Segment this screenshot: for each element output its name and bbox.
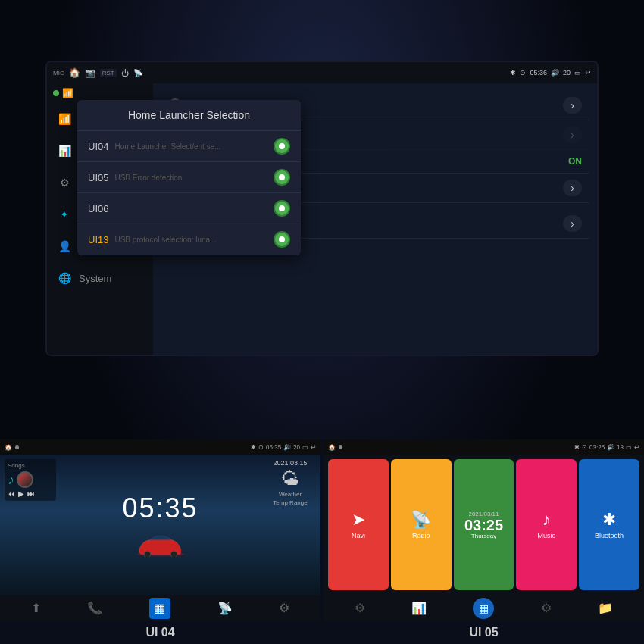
ui04-nav-phone-icon[interactable]: 📞	[87, 601, 102, 615]
home-icon: 🏠	[69, 67, 80, 78]
ui05-home-icon: 🏠	[328, 444, 336, 451]
ui04-option-label: UI04	[88, 141, 108, 152]
ui04-dot	[15, 445, 19, 449]
ui04-time: 05:35	[266, 444, 281, 451]
status-right: ✱ ⊙ 05:36 🔊 20 ▭ ↩	[510, 69, 591, 77]
main-status-bar: MIC 🏠 📷 RST ⏻ 📡 ✱ ⊙ 05:36 🔊 20 ▭ ↩	[47, 62, 597, 83]
ui04-play-icon[interactable]: ▶	[18, 489, 24, 498]
ui04-sub: Home Launcher Select/ent se...	[108, 142, 274, 151]
bluetooth-tile[interactable]: ✱ Bluetooth	[579, 459, 639, 590]
ui04-main-content: Songs ♪ ⏮ ▶ ⏭ 05:35	[0, 455, 320, 595]
ui04-weather-label: Weather	[279, 491, 302, 498]
ui05-main-content: ➤ Navi 📡 Radio 2021/03/11 03:25 Thursday	[324, 455, 644, 595]
ui05-toggle[interactable]	[274, 169, 290, 186]
ui05-status-bar: 🏠 ✱ ⊙ 03:25 🔊 18 ▭ ↩	[324, 439, 644, 455]
dropdown-item-ui05[interactable]: UI05 USB Error detection	[77, 162, 301, 193]
ui05-vol-icon: 🔊	[607, 444, 614, 451]
navi-tile[interactable]: ➤ Navi	[328, 459, 389, 590]
labels-row: UI 04 UI 05	[0, 621, 644, 644]
ui05-nav-settings-icon[interactable]: ⚙	[355, 601, 365, 615]
ui05-nav-bar: ⚙ 📊 ▦ ⚙ 📁	[324, 595, 644, 621]
sidebar-item-system[interactable]: 🌐 System	[47, 262, 153, 294]
rst-badge: RST	[100, 69, 117, 77]
dropdown-item-ui13[interactable]: UI13 USB protocol selection: luna...	[77, 224, 301, 255]
ui04-right-panel: 2021.03.15 🌤 Weather Temp Range	[260, 455, 320, 595]
ui04-music-controls: ⏮ ▶ ⏭	[8, 489, 53, 498]
ui05-status-right: ✱ ⊙ 03:25 🔊 18 ▭ ↩	[574, 444, 639, 451]
clock-time-display: 03:25	[464, 517, 503, 533]
export-chevron[interactable]: ›	[563, 215, 582, 232]
ui04-nav-settings-icon[interactable]: ⚙	[279, 601, 289, 615]
volume-icon: 🔊	[551, 69, 559, 77]
dropdown-item-ui04[interactable]: UI04 Home Launcher Select/ent se...	[77, 131, 301, 162]
ui04-nav-home-icon[interactable]: ▦	[149, 598, 170, 619]
radio-tile[interactable]: 📡 Radio	[391, 459, 452, 590]
usb-proto-chevron[interactable]: ›	[563, 180, 582, 196]
bluetooth-icon: ✱	[602, 510, 616, 530]
music-tile[interactable]: ♪ Music	[516, 459, 577, 590]
back-icon[interactable]: ↩	[585, 69, 591, 77]
navi-label: Navi	[352, 532, 365, 539]
dropdown-item-ui06[interactable]: UI06	[77, 193, 301, 224]
sidebar-system-label: System	[79, 273, 111, 284]
screens-row: 🏠 ✱ ⊙ 05:35 🔊 20 ▭ ↩ Songs	[0, 439, 644, 621]
camera-icon: 📷	[85, 68, 95, 78]
ui04-temp-range: Temp Range	[273, 499, 307, 506]
ui04-wifi-icon: ⊙	[258, 444, 264, 451]
ui04-songs-label: Songs	[8, 462, 53, 469]
volume-level: 20	[563, 69, 571, 77]
ui04-date: 2021.03.15	[273, 459, 307, 467]
user-icon: 👤	[56, 238, 73, 255]
ui04-center-panel: 05:35	[61, 455, 260, 595]
ui05-nav-chart-icon[interactable]: 📊	[411, 601, 427, 615]
ui05-sub: USB Error detection	[108, 174, 274, 182]
factory-icon: ✦	[56, 206, 73, 223]
ui05-status-left: 🏠	[328, 444, 342, 451]
ui04-toggle[interactable]	[274, 138, 290, 155]
ui13-toggle[interactable]	[274, 231, 290, 248]
ui04-prev-icon[interactable]: ⏮	[8, 489, 15, 498]
ui04-status-left: 🏠	[5, 444, 19, 451]
ui13-option-label: UI13	[88, 234, 108, 245]
ui13-sub: USB protocol selection: luna...	[108, 236, 274, 244]
ui05-nav-home-active[interactable]: ▦	[473, 598, 494, 619]
bottom-container: 🏠 ✱ ⊙ 05:35 🔊 20 ▭ ↩ Songs	[0, 439, 644, 644]
ui04-vol-level: 20	[293, 444, 300, 451]
ui04-status-right: ✱ ⊙ 05:35 🔊 20 ▭ ↩	[251, 444, 316, 451]
device-icon: 📊	[56, 142, 73, 159]
general-icon: ⚙	[56, 174, 73, 191]
ui04-label: UI 04	[0, 621, 320, 644]
clock-day: Thursday	[471, 533, 496, 539]
ui04-home-icon: 🏠	[5, 444, 12, 451]
hidden1-chevron[interactable]: ›	[563, 127, 582, 143]
ui04-nav-antenna-icon[interactable]: 📡	[217, 601, 233, 615]
ui05-app-grid: ➤ Navi 📡 Radio 2021/03/11 03:25 Thursday	[324, 455, 644, 595]
ui04-next-icon[interactable]: ⏭	[27, 489, 35, 498]
ui04-status-bar: 🏠 ✱ ⊙ 05:35 🔊 20 ▭ ↩	[0, 439, 320, 455]
music-icon: ♪	[542, 510, 551, 530]
ui04-vol-icon: 🔊	[283, 444, 291, 451]
mic-label: MIC	[53, 70, 64, 77]
ui05-wifi-icon: ⊙	[582, 444, 587, 451]
ui04-left-panel: Songs ♪ ⏮ ▶ ⏭	[0, 455, 61, 595]
ui04-car-svg	[134, 530, 187, 557]
ui06-toggle[interactable]	[274, 200, 290, 217]
ui04-screen: 🏠 ✱ ⊙ 05:35 🔊 20 ▭ ↩ Songs	[0, 439, 320, 621]
ui05-nav-gear-icon[interactable]: ⚙	[541, 601, 552, 615]
ui05-label: UI 05	[324, 621, 644, 644]
ui05-option-label: UI05	[88, 172, 108, 183]
battery-icon: ▭	[574, 69, 581, 77]
music-label: Music	[538, 532, 556, 539]
ui04-music-note-icon: ♪	[8, 472, 14, 488]
wifi-status-icon: ⊙	[520, 69, 526, 77]
dropdown-title: Home Launcher Selection	[77, 100, 301, 131]
ui04-nav-navigate-icon[interactable]: ⬆	[31, 601, 41, 615]
ui05-nav-folder-icon[interactable]: 📁	[598, 601, 613, 615]
ui05-dot	[339, 445, 342, 449]
main-screen: MIC 🏠 📷 RST ⏻ 📡 ✱ ⊙ 05:36 🔊 20 ▭ ↩ 📶 📶 W…	[45, 61, 599, 356]
mcu-chevron-btn[interactable]: ›	[563, 97, 582, 114]
ui05-bt-icon: ✱	[574, 444, 580, 451]
svg-point-2	[170, 551, 177, 557]
ui04-bt-icon: ✱	[251, 444, 256, 451]
bluetooth-label: Bluetooth	[595, 532, 624, 539]
